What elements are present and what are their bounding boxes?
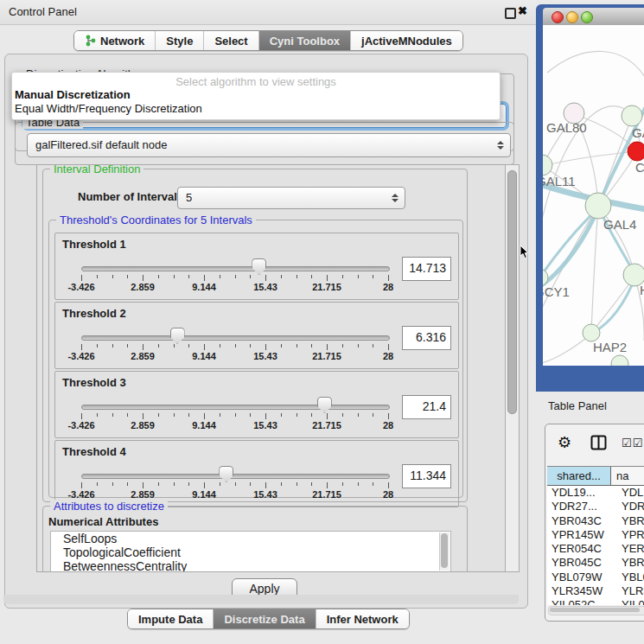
slider-thumb[interactable] [317,397,332,413]
close-traffic-light-icon[interactable] [552,11,564,23]
slider-tick-label: 15.43 [253,351,277,361]
threshold-value-field[interactable]: 21.4 [402,395,451,419]
table-row[interactable]: YIL052CYIL0 [547,598,644,605]
slider-tick [143,482,143,488]
slider-tick [188,413,189,417]
slider-tick [97,482,98,486]
slider-tick [158,275,159,278]
table-row[interactable]: YBR043CYBR0 [547,514,644,528]
tab-cyni-toolbox[interactable]: Cyni Toolbox [259,31,351,50]
node-table: shared... na YDL19...YDL1YDR27...YDR2YBR… [547,466,644,605]
split-columns-icon[interactable] [590,435,607,454]
slider-tick-label: -3.426 [67,282,94,292]
attribute-item[interactable]: SelfLoops [51,532,450,545]
column-header-name[interactable]: na [611,467,644,485]
slider-tick [265,275,266,281]
float-window-icon[interactable] [505,8,516,19]
tab-label: Impute Data [138,613,202,626]
slider-track[interactable] [81,266,390,271]
network-node[interactable] [611,355,628,366]
algorithm-option[interactable]: Equal Width/Frequency Discretization [12,102,500,116]
table-data-combo[interactable]: galFiltered.sif default node [27,133,511,157]
tab-jactivemnodules[interactable]: jActiveMNodules [351,31,462,50]
table-row[interactable]: YBL079WYBL0 [547,571,644,584]
threshold-value-field[interactable]: 14.713 [402,257,451,281]
cell-shared-name: YDR27... [547,500,615,513]
slider-tick-label: 2.859 [131,282,155,292]
column-header-shared[interactable]: shared... [547,467,611,485]
attributes-list[interactable]: SelfLoopsTopologicalCoefficientBetweenne… [50,531,451,572]
slider-thumb[interactable] [252,258,266,275]
threshold-panel: Threshold 1-3.4262.8599.14415.4321.71528… [54,233,459,300]
table-panel-title: Table Panel [548,399,607,412]
vertical-scrollbar[interactable] [505,164,520,572]
network-node[interactable] [622,105,642,126]
table-data-group: Table Data galFiltered.sif default node [15,122,514,165]
network-node[interactable] [543,155,552,175]
slider-tick-label: 28 [383,282,393,292]
close-icon[interactable]: ✖ [518,4,527,17]
algorithm-popup-hint: Select algorithm to view settings [12,73,500,88]
table-horizontal-scrollbar[interactable] [548,606,644,615]
table-hscrollbar-thumb[interactable] [550,608,640,612]
panel-title: Control Panel [9,5,77,18]
slider-tick [112,275,113,278]
checkbox-icons[interactable]: ☑☑ [622,437,643,450]
slider-track[interactable] [81,405,390,410]
network-node-label: GAL11 [543,174,576,188]
slider-tick-label: -3.426 [67,420,94,430]
slider-thumb[interactable] [170,328,185,344]
threshold-value-field[interactable]: 6.316 [402,326,451,350]
slider-tick [174,275,175,278]
slider-tick [81,275,82,281]
slider-tick [265,413,266,419]
slider-tick-label: 9.144 [192,282,216,292]
table-row[interactable]: YPR145WYPR1 [547,528,644,542]
slider-tick [97,344,98,348]
network-node-label: HAP2 [593,340,627,354]
slider-tick [358,413,359,417]
network-canvas[interactable]: GAL80GACGAL11GAL4GCY1HHAP2 [543,25,644,366]
settings-gear-icon[interactable]: ⚙ [558,433,571,452]
threshold-label: Threshold 2 [62,307,126,320]
attributes-scrollbar[interactable] [439,532,450,571]
algorithm-dropdown-popup: Select algorithm to view settings Manual… [11,72,501,120]
control-panel-titlebar: Control Panel ✖ [0,0,536,25]
slider-thumb[interactable] [219,466,233,482]
slider-tick [127,413,128,417]
zoom-traffic-light-icon[interactable] [581,11,593,23]
vertical-scrollbar-thumb[interactable] [507,170,517,414]
tab-network[interactable]: Network [74,31,156,50]
slider-tick [342,344,343,348]
tab-style[interactable]: Style [156,31,204,50]
num-intervals-combo[interactable]: 5 [177,187,405,209]
slider-tick-label: -3.426 [67,351,94,361]
network-window-titlebar[interactable] [543,8,644,26]
table-row[interactable]: YLR345WYLR3 [547,584,644,598]
tab-infer-network[interactable]: Infer Network [316,609,409,628]
slider-tick [388,275,389,281]
attribute-item[interactable]: TopologicalCoefficient [51,545,450,559]
tab-discretize-data[interactable]: Discretize Data [214,609,316,628]
tab-select[interactable]: Select [204,31,258,50]
network-node[interactable] [585,193,611,219]
threshold-value-field[interactable]: 11.344 [402,464,451,488]
tab-impute-data[interactable]: Impute Data [128,609,214,628]
slider-tick [127,344,128,348]
table-row[interactable]: YDR27...YDR2 [547,500,644,513]
attribute-item[interactable]: BetweennessCentrality [51,559,450,572]
network-node[interactable] [628,142,644,161]
slider-tick [188,344,189,348]
slider-tick [250,344,251,348]
table-row[interactable]: YDL19...YDL1 [547,486,644,500]
algorithm-option[interactable]: Manual Discretization [12,88,500,102]
slider-track[interactable] [81,335,390,341]
table-row[interactable]: YBR045CYBR0 [547,556,644,570]
network-node[interactable] [583,324,600,341]
slider-track[interactable] [81,474,390,479]
minimize-traffic-light-icon[interactable] [566,11,578,23]
network-view-window: GAL80GACGAL11GAL4GCY1HHAP2 [536,4,644,392]
slider-tick [174,344,175,348]
slider-tick [373,275,373,278]
table-row[interactable]: YER054CYER0 [547,542,644,556]
